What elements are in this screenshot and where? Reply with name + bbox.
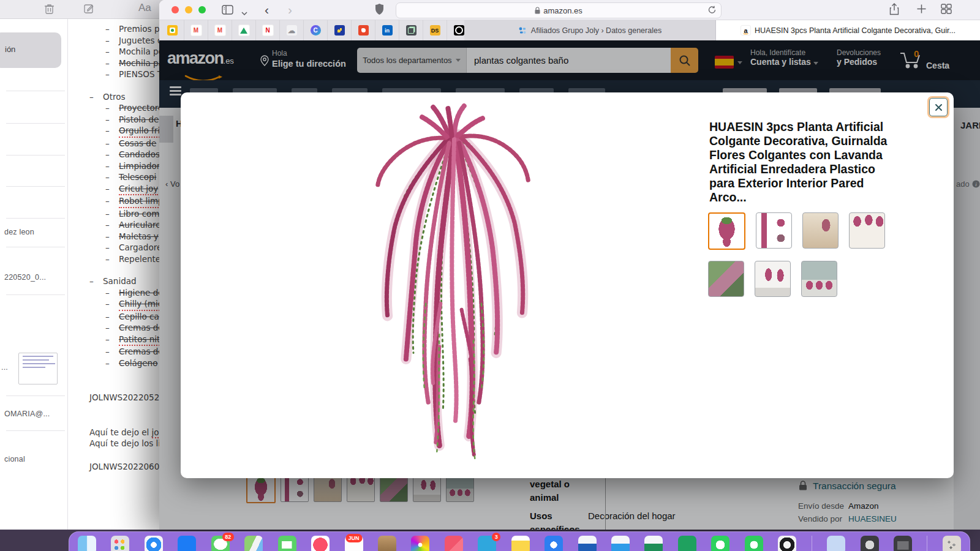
divider: [6, 395, 65, 396]
dock-teal-chat-icon[interactable]: 3: [478, 536, 496, 551]
bullet-dash: –: [105, 138, 119, 149]
icloud-icon[interactable]: ☁: [280, 20, 304, 40]
dock-photos-icon[interactable]: [411, 536, 429, 551]
note-item-text: Robot limp: [119, 195, 164, 208]
dock-calendar-icon[interactable]: JUN: [345, 536, 363, 551]
note-item-text: Colágeno: [119, 358, 157, 369]
bullet-dash: –: [105, 195, 119, 208]
page-content: amazon.es Hola Elige tu dirección Todos …: [159, 40, 980, 530]
dock-doc-lightblue-icon[interactable]: [611, 536, 630, 551]
red-site-icon[interactable]: [352, 20, 375, 40]
canva-icon[interactable]: C: [304, 20, 328, 40]
dock-trash-icon[interactable]: [943, 536, 961, 551]
dock-finder-icon[interactable]: [78, 536, 96, 551]
google-contacts-icon[interactable]: [160, 20, 184, 40]
dock-doc-blue-icon[interactable]: [578, 536, 597, 551]
close-window-button[interactable]: [172, 6, 179, 13]
note-item-text: Cargadore: [119, 242, 162, 253]
modal-thumbnail[interactable]: [756, 212, 792, 249]
chevron-down-icon[interactable]: [241, 7, 247, 18]
dock-dark-window-icon[interactable]: [894, 536, 912, 551]
gmail-icon[interactable]: M: [208, 20, 232, 40]
dock-doc-green-icon[interactable]: [644, 536, 663, 551]
dock-safari-icon[interactable]: [145, 536, 163, 551]
notes-sidebar-item[interactable]: 220520_0...: [4, 273, 46, 282]
dock-notes-icon[interactable]: [511, 536, 530, 551]
notes-sidebar-selected-note[interactable]: ión: [0, 32, 61, 68]
compose-icon[interactable]: [83, 3, 94, 17]
bullet-dash: –: [105, 171, 119, 183]
modal-thumbnail[interactable]: [802, 212, 839, 249]
note-paragraph-text: Aquí te dejo el: [89, 427, 152, 437]
dock-blue-app-icon[interactable]: [178, 536, 196, 551]
trash-icon[interactable]: [44, 3, 55, 17]
back-button[interactable]: ‹: [265, 1, 269, 18]
divider: [6, 247, 65, 247]
dock-dark-camera-icon[interactable]: [861, 536, 879, 551]
notes-sidebar-item[interactable]: OMARIA@...: [4, 410, 50, 418]
modal-thumbnail[interactable]: [755, 261, 791, 297]
tab-label: Afiliados Grupo Joly › Datos generales: [531, 26, 662, 35]
linkedin-icon[interactable]: in: [375, 20, 399, 40]
dock-whatsapp-icon[interactable]: [711, 536, 729, 551]
note-preview-thumbnail[interactable]: [18, 353, 58, 384]
note-item-text: Limpiador: [119, 160, 160, 172]
notes-sidebar: ión dez leon 220520_0... ... OMARIA@... …: [0, 19, 68, 530]
note-item-text: Mochila pa: [119, 58, 164, 69]
tab-huaesin-product[interactable]: a HUAESIN 3pcs Planta Artificial Colgant…: [716, 20, 980, 40]
modal-thumbnail[interactable]: [708, 261, 744, 297]
dock-minimized-window-icon[interactable]: [827, 536, 845, 551]
dock-brown-app-icon[interactable]: [378, 536, 396, 551]
reload-icon[interactable]: [708, 6, 716, 16]
notification-badge: 82: [222, 533, 234, 541]
gmail-icon[interactable]: M: [184, 20, 208, 40]
diario-ds-icon[interactable]: DS: [423, 20, 447, 40]
dock-circle-app-icon[interactable]: [778, 536, 796, 551]
note-item-text: Premios p: [119, 23, 160, 35]
privacy-shield-icon[interactable]: [375, 3, 384, 18]
dock-green-phone-icon[interactable]: [745, 536, 763, 551]
dock-red-mail-icon[interactable]: [445, 536, 463, 551]
dock-app-store-icon[interactable]: [545, 536, 563, 551]
dock-sheets-icon[interactable]: [678, 536, 696, 551]
image-lightbox-modal: HUAESIN 3pcs Planta Artificial Colgante …: [181, 92, 954, 478]
modal-thumbnail[interactable]: [708, 212, 745, 250]
zoom-window-button[interactable]: [198, 6, 206, 13]
bullet-dash: –: [105, 322, 119, 334]
share-icon[interactable]: [889, 3, 899, 18]
divider: [6, 186, 65, 187]
dock-messages-icon[interactable]: 82: [211, 536, 230, 551]
dock-facetime-icon[interactable]: [278, 536, 296, 551]
bullet-dash: –: [105, 346, 119, 358]
google-drive-icon[interactable]: [232, 20, 256, 40]
notes-sidebar-item[interactable]: dez leon: [4, 228, 34, 236]
tab-afiliados[interactable]: Afiliados Grupo Joly › Datos generales: [464, 20, 716, 40]
dock-launchpad-icon[interactable]: [111, 536, 129, 551]
minimize-window-button[interactable]: [185, 6, 192, 13]
tab-overview-icon[interactable]: [941, 4, 952, 17]
bullet-dash: –: [89, 276, 103, 287]
dock-music-icon[interactable]: [311, 536, 330, 551]
close-button[interactable]: [929, 98, 948, 116]
forward-button[interactable]: ›: [288, 1, 292, 18]
dark-squares-site-icon[interactable]: [399, 20, 423, 40]
dock-maps-icon[interactable]: [244, 536, 263, 551]
note-paragraph-text: Aquí te dejo los lin: [89, 438, 166, 448]
product-image-hanging-plant[interactable]: [346, 100, 557, 470]
new-tab-icon[interactable]: [916, 4, 927, 17]
address-bar[interactable]: amazon.es: [396, 2, 722, 18]
note-item-text: Auriculare: [119, 219, 161, 231]
netflix-icon[interactable]: N: [256, 20, 280, 40]
note-item-text: PIENSOS T: [119, 69, 162, 80]
bullet-dash: –: [105, 231, 119, 242]
sidebar-toggle-icon[interactable]: [222, 5, 233, 17]
notes-sidebar-item[interactable]: cional: [4, 455, 25, 463]
modal-thumbnail[interactable]: [849, 212, 885, 249]
blue-pixel-site-icon[interactable]: [328, 20, 352, 40]
bullet-dash: –: [105, 242, 119, 253]
notes-sidebar-item-ellipsis: ...: [1, 363, 8, 372]
bullet-dash: –: [105, 253, 119, 265]
modal-thumbnail[interactable]: [801, 261, 837, 297]
format-icon[interactable]: Aa: [138, 2, 151, 14]
bullet-dash: –: [105, 287, 119, 299]
